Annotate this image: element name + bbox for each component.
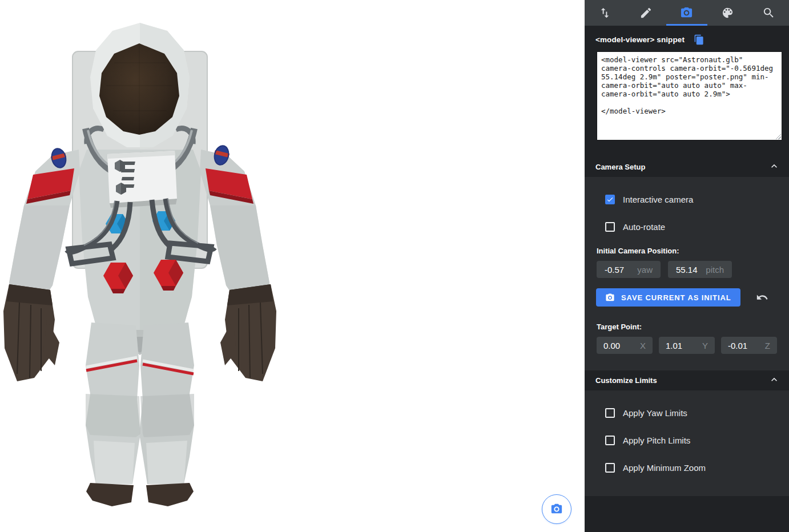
tab-materials[interactable] [707,0,748,26]
initial-camera-position-label: Initial Camera Position: [597,247,789,255]
target-point-label: Target Point: [597,323,789,331]
save-button-label: SAVE CURRENT AS INITIAL [621,293,731,302]
camera-setup-title: Camera Setup [595,163,645,171]
undo-icon [756,291,768,304]
interactive-camera-label: Interactive camera [623,195,693,204]
chevron-up-icon [768,160,780,174]
target-y-suffix: Y [702,341,708,350]
apply-yaw-limits-row[interactable]: Apply Yaw Limits [605,406,789,419]
pitch-suffix: pitch [706,265,724,275]
search-icon [762,6,775,19]
customize-limits-header[interactable]: Customize Limits [585,370,789,390]
camera-icon [550,503,563,515]
target-x-value: 0.00 [603,341,620,350]
target-z-value: -0.01 [728,341,747,350]
interactive-camera-checkbox-row[interactable]: Interactive camera [605,193,789,205]
tab-file-import-export[interactable] [585,0,626,26]
camera-icon [680,6,693,19]
apply-minimum-zoom-checkbox[interactable] [605,463,615,473]
pitch-field[interactable]: 55.14 pitch [668,261,732,278]
tab-camera[interactable] [666,0,707,26]
auto-rotate-checkbox-row[interactable]: Auto-rotate [605,220,789,233]
yaw-suffix: yaw [637,265,653,275]
camera-setup-section: Interactive camera Auto-rotate Initial C… [585,177,789,370]
apply-pitch-limits-label: Apply Pitch Limits [623,436,690,445]
auto-rotate-label: Auto-rotate [623,222,665,232]
auto-rotate-checkbox[interactable] [605,222,615,232]
model-viewport[interactable] [0,0,585,532]
palette-icon [721,6,734,19]
yaw-field[interactable]: -0.57 yaw [597,261,661,278]
apply-pitch-limits-row[interactable]: Apply Pitch Limits [605,434,789,446]
revert-initial-camera-button[interactable] [756,291,768,304]
snippet-title: <model-viewer> snippet [595,35,685,44]
apply-minimum-zoom-row[interactable]: Apply Minimum Zoom [605,461,789,474]
editor-panel: <model-viewer> snippet <model-viewer src… [585,0,789,532]
target-z-suffix: Z [765,341,770,350]
camera-setup-header[interactable]: Camera Setup [585,157,789,177]
edit-pencil-icon [639,6,653,19]
target-y-value: 1.01 [666,341,682,350]
snippet-code-textarea[interactable]: <model-viewer src="Astronaut.glb" camera… [597,51,782,140]
capture-camera-fab[interactable] [542,494,571,524]
target-y-field[interactable]: 1.01 Y [659,337,715,354]
chevron-up-icon [768,374,780,388]
customize-limits-section: Apply Yaw Limits Apply Pitch Limits Appl… [585,390,789,496]
swap-vert-icon [598,6,611,19]
customize-limits-title: Customize Limits [595,376,657,385]
apply-yaw-limits-label: Apply Yaw Limits [623,408,687,418]
apply-pitch-limits-checkbox[interactable] [605,436,615,445]
target-x-suffix: X [640,341,646,350]
interactive-camera-checkbox[interactable] [605,195,615,204]
astronaut-model [0,0,585,532]
tab-edit[interactable] [626,0,667,26]
copy-icon [694,34,705,45]
apply-yaw-limits-checkbox[interactable] [605,408,615,418]
copy-snippet-button[interactable] [694,34,705,45]
check-icon [606,195,614,204]
pitch-value: 55.14 [676,265,698,275]
save-current-as-initial-button[interactable]: SAVE CURRENT AS INITIAL [596,288,740,307]
yaw-value: -0.57 [605,265,624,275]
target-x-field[interactable]: 0.00 X [597,337,653,354]
tab-inspector[interactable] [748,0,789,26]
apply-minimum-zoom-label: Apply Minimum Zoom [623,463,706,473]
camera-icon [605,293,615,303]
target-z-field[interactable]: -0.01 Z [721,337,777,354]
panel-toolbar [585,0,789,26]
